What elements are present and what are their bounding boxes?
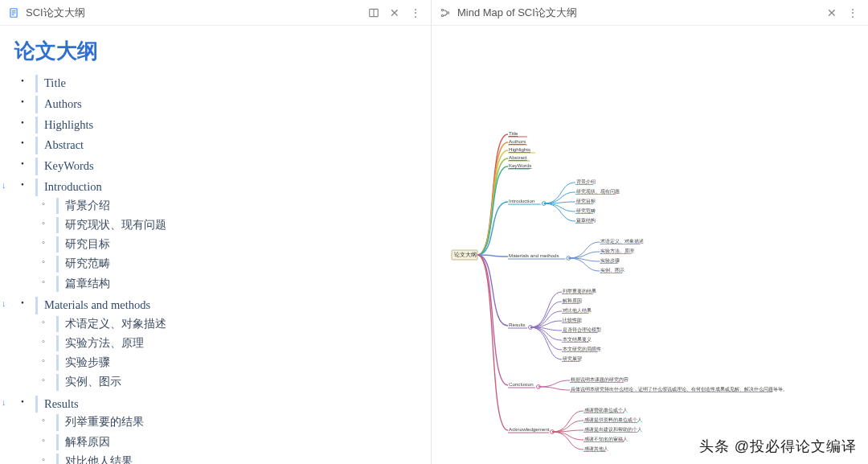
mindmap-leaf-label[interactable]: 解释原因	[563, 298, 582, 303]
mindmap-leaf-label[interactable]: 本文结果要义	[563, 336, 592, 342]
mindmap-branch-label[interactable]: Materials and methods	[509, 253, 559, 258]
mindmap-leaf-label[interactable]: 背景介绍	[576, 179, 596, 184]
mindmap-leaf-label[interactable]: 感谢赞助单位或个人	[584, 408, 628, 413]
right-tab-header: Mind Map of SCI论文大纲 ✕ ⋮	[432, 0, 868, 26]
more-right-icon[interactable]: ⋮	[845, 6, 860, 20]
outline-sublabel: 背景介绍	[56, 198, 110, 214]
split-view-icon[interactable]	[366, 6, 381, 20]
outline-sublabel: 实例、图示	[56, 374, 121, 390]
outline-sublabel: 篇章结构	[56, 276, 110, 292]
left-tab-title: SCI论文大纲	[26, 6, 85, 20]
document-icon	[8, 7, 19, 18]
mindmap-root: 论文大纲	[454, 252, 477, 257]
mindmap-leaf-label[interactable]: 具体说明本研究得出什么结论，证明了什么假说或理论、有何创造性成果或见解、解决什么…	[571, 386, 788, 392]
outline-label: Highlights	[35, 117, 93, 134]
outline-subitem[interactable]: 背景介绍	[56, 196, 416, 216]
outline-label: Title	[35, 75, 66, 92]
mindmap-leaf-label[interactable]: 实验步骤	[600, 257, 620, 263]
mindmap-leaf-label[interactable]: 篇章结构	[576, 217, 596, 223]
mindmap-leaf-label[interactable]: 感谢提供资料的单位或个人	[584, 417, 642, 422]
collapse-arrow-icon[interactable]: ↓	[2, 180, 13, 191]
outline-item[interactable]: Abstract	[35, 135, 416, 156]
outline-label: Materials and methods	[35, 297, 150, 314]
mindmap-branch-label[interactable]: Highlights	[509, 146, 530, 152]
outline-item[interactable]: ↓Results列举重要的结果解释原因对比他人结果比较性能是否符合理论模型	[35, 394, 416, 465]
mindmap-leaf-label[interactable]: 研究展望	[563, 355, 582, 361]
outline-subitem[interactable]: 对比他人结果	[56, 452, 416, 464]
outline-subitem[interactable]: 术语定义、对象描述	[56, 314, 416, 334]
outline-item[interactable]: KeyWords	[35, 156, 416, 177]
outline-item[interactable]: Authors	[35, 94, 416, 115]
outline-label: Authors	[35, 96, 82, 113]
outline-label: Introduction	[35, 179, 102, 196]
mindmap-branch-label[interactable]: Conclusion	[509, 381, 534, 387]
outline-sublabel: 研究现状、现有问题	[56, 217, 166, 233]
mindmap-leaf-label[interactable]: 术语定义、对象描述	[600, 238, 644, 244]
more-left-icon[interactable]: ⋮	[408, 6, 423, 20]
collapse-arrow-icon[interactable]: ↓	[2, 397, 13, 409]
outline-sublabel: 术语定义、对象描述	[56, 316, 166, 332]
mindmap-branch-label[interactable]: Acknowledgement	[509, 426, 550, 432]
outline-sublabel: 研究目标	[56, 236, 110, 253]
right-pane: Mind Map of SCI论文大纲 ✕ ⋮ 论文大纲TitleAuthors…	[432, 0, 868, 464]
outline-subitem[interactable]: 解释原因	[56, 433, 416, 452]
mindmap-leaf-label[interactable]: 列举重要的结果	[563, 288, 596, 294]
mindmap-leaf-label[interactable]: 感谢其他人	[584, 446, 608, 451]
mindmap-branch-label[interactable]: KeyWords	[509, 162, 531, 168]
outline-sublabel: 研究范畴	[56, 256, 110, 272]
collapse-arrow-icon[interactable]: ↓	[2, 298, 13, 310]
right-tab-title: Mind Map of SCI论文大纲	[457, 6, 577, 20]
mindmap-leaf-label[interactable]: 感谢不知名的审稿人	[584, 436, 628, 441]
mindmap-leaf-label[interactable]: 实例、图示	[600, 267, 624, 273]
outline-subitem[interactable]: 实验步骤	[56, 353, 416, 372]
outline-item[interactable]: ↓Introduction背景介绍研究现状、现有问题研究目标研究范畴篇章结构	[35, 177, 416, 295]
outline-sublabel: 对比他人结果	[56, 454, 133, 464]
mindmap-leaf-label[interactable]: 是否符合理论模型	[563, 327, 601, 332]
doc-title: 论文大纲	[14, 37, 416, 65]
outline-label: Results	[35, 396, 79, 413]
outline-subitem[interactable]: 篇章结构	[56, 274, 416, 294]
mindmap-leaf-label[interactable]: 研究范畴	[576, 207, 596, 213]
outline-label: KeyWords	[35, 158, 94, 175]
mindmap-branch-label[interactable]: Introduction	[509, 198, 535, 203]
mindmap-leaf-label[interactable]: 感谢提出建议和帮助的个人	[584, 426, 642, 432]
mindmap-branch-label[interactable]: Abstract	[509, 154, 527, 160]
left-pane: SCI论文大纲 ✕ ⋮ 论文大纲 TitleAuthorsHighlightsA…	[0, 0, 432, 464]
outline-subitem[interactable]: 研究范畴	[56, 254, 416, 273]
close-left-icon[interactable]: ✕	[387, 6, 402, 20]
outline-label: Abstract	[35, 137, 84, 154]
outline-subitem[interactable]: 实验方法、原理	[56, 334, 416, 353]
mindmap-leaf-label[interactable]: 实验方法、原理	[600, 248, 634, 253]
outline-sublabel: 列举重要的结果	[56, 414, 144, 430]
mindmap-branch-label[interactable]: Results	[509, 322, 526, 327]
mindmap-leaf-label[interactable]: 本文研究的局限性	[563, 346, 601, 351]
outline-item[interactable]: ↓Materials and methods术语定义、对象描述实验方法、原理实验…	[35, 295, 416, 394]
mindmap-canvas[interactable]: 论文大纲TitleAuthorsHighlightsAbstractKeyWor…	[432, 26, 868, 464]
outline-sublabel: 实验步骤	[56, 355, 110, 371]
outline-subitem[interactable]: 实例、图示	[56, 372, 416, 392]
watermark-text: 头条 @投必得论文编译	[699, 437, 857, 456]
outline-sublabel: 实验方法、原理	[56, 335, 144, 351]
svg-point-7	[441, 14, 443, 16]
outline-subitem[interactable]: 研究目标	[56, 235, 416, 254]
mindmap-leaf-label[interactable]: 研究现状、现有问题	[576, 188, 620, 194]
outline-subitem[interactable]: 研究现状、现有问题	[56, 216, 416, 235]
outline-item[interactable]: Title	[35, 73, 416, 94]
outline-item[interactable]: Highlights	[35, 115, 416, 136]
svg-point-6	[441, 9, 443, 10]
mindmap-leaf-label[interactable]: 对比他人结果	[563, 308, 592, 313]
mindmap-leaf-label[interactable]: 研究目标	[576, 198, 596, 203]
mindmap-branch-label[interactable]: Title	[509, 130, 518, 136]
mindmap-branch-label[interactable]: Authors	[509, 138, 526, 144]
mindmap-icon	[440, 7, 451, 18]
mindmap-leaf-label[interactable]: 根据说明本课题的研究内容	[571, 376, 628, 382]
outline-root: TitleAuthorsHighlightsAbstractKeyWords↓I…	[14, 73, 416, 464]
mindmap-leaf-label[interactable]: 比较性能	[563, 318, 582, 322]
outline-subitem[interactable]: 列举重要的结果	[56, 413, 416, 432]
left-tab-header: SCI论文大纲 ✕ ⋮	[0, 0, 431, 26]
outline-sublabel: 解释原因	[56, 434, 110, 450]
document-body: 论文大纲 TitleAuthorsHighlightsAbstractKeyWo…	[0, 26, 431, 464]
close-right-icon[interactable]: ✕	[825, 6, 839, 20]
